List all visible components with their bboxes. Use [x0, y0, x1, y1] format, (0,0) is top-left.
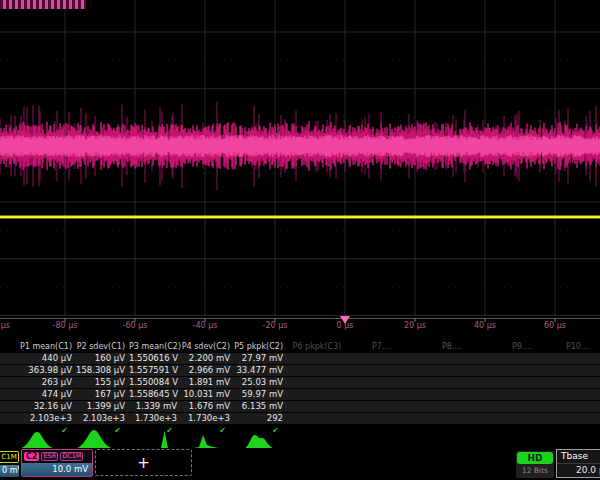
measure-value-cell: 1.399 µV: [76, 401, 129, 412]
measure-value-cell: [417, 413, 487, 424]
measure-value-cell: 1.558645 V: [129, 389, 181, 400]
time-axis-labels: -100 µs-80 µs-60 µs-40 µs-20 µs0 µs20 µs…: [0, 321, 600, 333]
time-tick-label: 40 µs: [455, 321, 515, 330]
measure-value-cell: 27.97 mV: [234, 353, 287, 364]
measure-column-header[interactable]: P4 sdev(C2): [181, 340, 234, 353]
measure-value-cell: [347, 353, 417, 364]
channel-c2-descriptor[interactable]: C2 ESR DC1M 10.0 mV: [21, 449, 93, 477]
measure-value-cell: [557, 401, 600, 412]
measure-value-cell: [287, 389, 347, 400]
measure-value-cell: 2.966 mV: [181, 365, 234, 376]
c2-badges: C2 ESR DC1M: [22, 450, 92, 463]
measure-value-cell: 2.103e+3: [76, 413, 129, 424]
channel-c1-descriptor[interactable]: C1M 0 mV: [0, 451, 19, 478]
timebase-label: Tbase: [557, 450, 600, 464]
measure-value-cell: 6.135 mV: [234, 401, 287, 412]
graticule-svg: [0, 0, 600, 336]
measure-value-cell: [287, 377, 347, 388]
measure-value-cell: [287, 353, 347, 364]
measure-value-cell: 2.103e+3: [0, 413, 76, 424]
measure-value-cell: [557, 377, 600, 388]
clipped-header-banner: [0, 0, 86, 9]
bottom-bar: C1M 0 mV C2 ESR DC1M 10.0 mV + HD 12 Bit…: [0, 448, 600, 480]
measure-value-cell: 1.730e+3: [181, 413, 234, 424]
measure-value-cell: [417, 353, 487, 364]
measure-column-header[interactable]: P5 pkpk(C2): [234, 340, 287, 353]
measure-column-header[interactable]: P1 mean(C1): [0, 340, 76, 353]
measure-value-cell: 474 µV: [0, 389, 76, 400]
measure-value-cell: 10.031 mV: [181, 389, 234, 400]
measure-value-cell: 25.03 mV: [234, 377, 287, 388]
measure-value-cell: [417, 389, 487, 400]
measure-column-header[interactable]: P9....: [487, 340, 557, 353]
measure-value-cell: 263 µV: [0, 377, 76, 388]
measure-value-cell: 158.308 µV: [76, 365, 129, 376]
measure-value-cell: [487, 413, 557, 424]
measure-table-row: 2.103e+32.103e+31.730e+31.730e+3292: [0, 413, 600, 425]
measure-value-cell: [487, 401, 557, 412]
measure-value-cell: 59.97 mV: [234, 389, 287, 400]
c2-channel-badge: C2: [24, 452, 39, 461]
measure-value-cell: [557, 365, 600, 376]
measure-value-cell: [487, 377, 557, 388]
measure-column-header[interactable]: P6 pkpk(C3): [287, 340, 347, 353]
measure-value-cell: [347, 389, 417, 400]
measure-value-cell: 2.200 mV: [181, 353, 234, 364]
add-trace-button[interactable]: +: [95, 449, 192, 476]
timebase-descriptor[interactable]: Tbase 20.0 µs/div: [556, 449, 600, 478]
measure-table[interactable]: P1 mean(C1)P2 sdev(C1)P3 mean(C2)P4 sdev…: [0, 340, 600, 436]
time-tick-label: 0 µs: [315, 321, 375, 330]
measure-value-cell: [557, 353, 600, 364]
hd-mode-indicator: HD 12 Bits: [516, 451, 554, 478]
measure-value-cell: 155 µV: [76, 377, 129, 388]
c1-scale-value: 0 mV: [0, 465, 19, 477]
time-tick-label: -60 µs: [105, 321, 165, 330]
measure-value-cell: 1.891 mV: [181, 377, 234, 388]
c1-coupling-badge: C1M: [0, 451, 19, 463]
measure-column-header[interactable]: P2 sdev(C1): [76, 340, 129, 353]
measure-value-cell: 1.730e+3: [129, 413, 181, 424]
measure-value-cell: [557, 413, 600, 424]
measure-table-row: 363.98 µV158.308 µV1.557591 V2.966 mV33.…: [0, 365, 600, 377]
measure-column-header[interactable]: P3 mean(C2): [129, 340, 181, 353]
measure-value-cell: 440 µV: [0, 353, 76, 364]
measure-table-row: 440 µV160 µV1.550616 V2.200 mV27.97 mV: [0, 353, 600, 365]
measure-column-header[interactable]: P10....: [557, 340, 600, 353]
measure-column-header[interactable]: P7....: [347, 340, 417, 353]
hd-bits-label: 12 Bits: [516, 465, 554, 476]
measure-value-cell: [417, 365, 487, 376]
measure-value-cell: 1.676 mV: [181, 401, 234, 412]
hd-badge: HD: [517, 452, 553, 464]
measure-value-cell: 160 µV: [76, 353, 129, 364]
measure-table-row: 263 µV155 µV1.550084 V1.891 mV25.03 mV: [0, 377, 600, 389]
time-tick-label: -20 µs: [245, 321, 305, 330]
measure-value-cell: 1.339 mV: [129, 401, 181, 412]
time-tick-label: -100 µs: [0, 321, 25, 330]
measure-value-cell: 33.477 mV: [234, 365, 287, 376]
measure-table-row: 32.16 µV1.399 µV1.339 mV1.676 mV6.135 mV: [0, 401, 600, 413]
waveform-grid-area[interactable]: [0, 0, 600, 336]
measure-value-cell: [287, 365, 347, 376]
measure-value-cell: 292: [234, 413, 287, 424]
measure-value-cell: [557, 389, 600, 400]
measure-value-cell: [347, 365, 417, 376]
oscilloscope-screen: -100 µs-80 µs-60 µs-40 µs-20 µs0 µs20 µs…: [0, 0, 600, 480]
measure-value-cell: [287, 413, 347, 424]
time-tick-label: 60 µs: [525, 321, 585, 330]
measure-value-cell: [347, 377, 417, 388]
measure-value-cell: [417, 401, 487, 412]
measure-value-cell: [417, 377, 487, 388]
measure-table-row: 474 µV167 µV1.558645 V10.031 mV59.97 mV: [0, 389, 600, 401]
measure-value-cell: 363.98 µV: [0, 365, 76, 376]
timebase-value: 20.0 µs/div: [557, 464, 600, 477]
time-tick-label: -40 µs: [175, 321, 235, 330]
time-tick-label: 20 µs: [385, 321, 445, 330]
measure-value-cell: [487, 353, 557, 364]
measure-value-cell: [287, 401, 347, 412]
measure-value-cell: 32.16 µV: [0, 401, 76, 412]
measure-value-cell: 1.550616 V: [129, 353, 181, 364]
measure-value-cell: 167 µV: [76, 389, 129, 400]
c2-scale-value: 10.0 mV: [22, 463, 92, 476]
measure-column-header[interactable]: P8....: [417, 340, 487, 353]
measure-value-cell: [487, 389, 557, 400]
